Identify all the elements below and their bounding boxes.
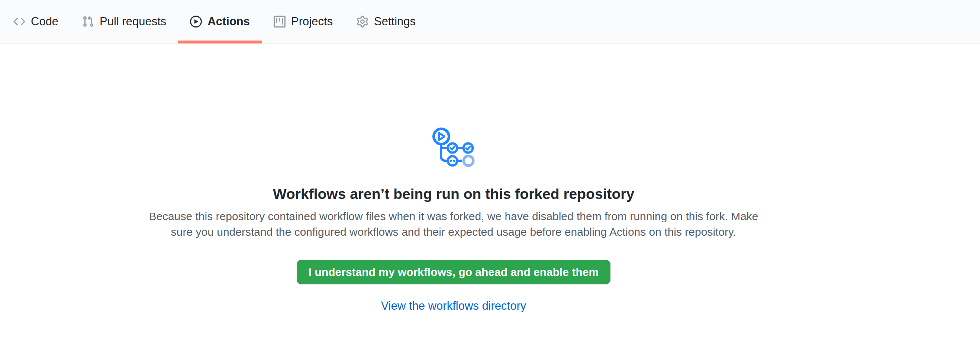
tab-label: Code bbox=[31, 16, 58, 27]
description-line: sure you understand the configured workf… bbox=[171, 226, 736, 238]
blankslate-description: Because this repository contained workfl… bbox=[149, 209, 758, 240]
tab-label: Projects bbox=[291, 16, 333, 27]
repo-tab-bar: Code Pull requests Actions Projects Sett… bbox=[0, 0, 980, 43]
blankslate-title: Workflows aren’t being run on this forke… bbox=[273, 185, 634, 203]
play-icon bbox=[190, 16, 202, 27]
blankslate-content: Workflows aren’t being run on this forke… bbox=[0, 43, 907, 314]
tab-label: Actions bbox=[207, 16, 250, 27]
workflow-illustration-icon bbox=[432, 127, 475, 167]
actions-blankslate: Workflows aren’t being run on this forke… bbox=[0, 43, 980, 314]
tab-projects[interactable]: Projects bbox=[262, 0, 345, 43]
tab-label: Settings bbox=[374, 16, 416, 27]
git-pull-request-icon bbox=[82, 16, 94, 27]
tab-settings[interactable]: Settings bbox=[345, 0, 428, 43]
tab-label: Pull requests bbox=[100, 16, 166, 27]
description-line: Because this repository contained workfl… bbox=[149, 210, 758, 222]
code-icon bbox=[13, 16, 25, 27]
tab-pull-requests[interactable]: Pull requests bbox=[70, 0, 178, 43]
gear-icon bbox=[356, 16, 368, 27]
tab-actions[interactable]: Actions bbox=[178, 0, 262, 43]
view-workflows-directory-link[interactable]: View the workflows directory bbox=[381, 298, 527, 314]
enable-workflows-button[interactable]: I understand my workflows, go ahead and … bbox=[297, 260, 611, 284]
project-icon bbox=[274, 16, 286, 27]
tab-code[interactable]: Code bbox=[2, 0, 70, 43]
